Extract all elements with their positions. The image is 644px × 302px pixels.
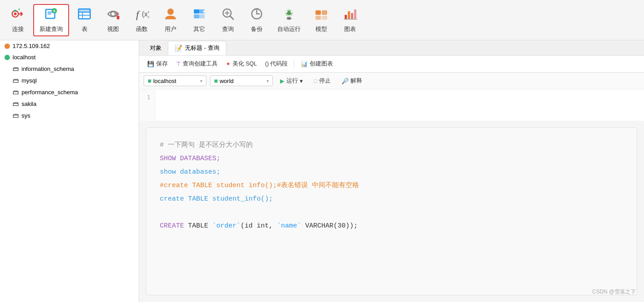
sidebar-item-info-schema[interactable]: 🗃 information_schema [0,63,139,74]
db-icon-sys: 🗃 [13,112,19,119]
code-snippet-label: () 代码段 [265,60,288,68]
toolbar-other[interactable]: ▾ 其它 [186,4,213,36]
user-icon [163,7,178,23]
toolbar-new-query[interactable]: + 新建查询 [33,4,69,36]
watermark: CSDN @雪落之下 [592,288,636,296]
code-kw-show-lower: show [160,168,176,176]
svg-rect-43 [345,15,347,19]
beautify-icon: ✦ [226,61,231,67]
svg-text:▾: ▾ [203,9,205,14]
save-icon: 💾 [147,61,154,67]
toolbar-func[interactable]: f (x) 函数 [128,4,155,36]
connection-select[interactable]: ■ localhost ▾ [144,75,206,86]
toolbar-model[interactable]: 模型 [308,4,335,36]
sidebar: 172.5.109.162 localhost 🗃 information_sc… [0,40,139,302]
query-toolbar: 💾 保存 ⊤ 查询创建工具 ✦ 美化 SQL () 代码段 📊 创建图表 [139,56,644,73]
query-create-tool-label: 查询创建工具 [183,60,218,68]
toolbar-model-label: 模型 [315,25,327,33]
toolbar-backup[interactable]: 备份 [243,4,270,36]
stop-label: 停止 [319,77,331,85]
toolbar-query2[interactable]: 查询 [215,4,241,36]
sidebar-item-ip[interactable]: 172.5.109.162 [0,40,139,52]
svg-line-29 [230,16,233,19]
code-tick-order: `order` [212,222,241,230]
explain-icon: 🔎 [342,78,349,84]
line-numbers: 1 [139,89,155,121]
code-display-area: # 一下两句 是不区分大小写的 SHOW DATABASES; show dat… [146,127,637,295]
sidebar-item-mysql[interactable]: 🗃 mysql [0,74,139,86]
toolbar-chart[interactable]: 图表 [337,4,364,36]
db-icon-mysql: 🗃 [13,77,19,84]
connect-icon: + [11,7,25,23]
main-toolbar: + 连接 + 新建查询 [0,0,644,40]
toolbar-view-label: 视图 [107,25,119,33]
chart-icon [343,7,357,23]
explain-button[interactable]: 🔎 解释 [338,75,366,86]
run-dropdown-icon: ▾ [300,78,303,84]
query-create-tool-button[interactable]: ⊤ 查询创建工具 [172,59,221,69]
code-line-show-databases: SHOW DATABASES; [160,152,623,166]
sidebar-item-sys[interactable]: 🗃 sys [0,109,139,121]
other-icon: ▾ [192,7,206,23]
code-kw-create-upper: CREATE [160,222,184,230]
svg-rect-44 [348,11,350,19]
query-tool-icon: ⊤ [176,61,181,67]
toolbar-func-label: 函数 [136,25,148,33]
svg-point-4 [14,13,17,15]
view-icon [106,7,120,23]
beautify-sql-label: 美化 SQL [232,60,257,68]
tab-object-label: 对象 [150,44,162,52]
stop-button[interactable]: □ 停止 [310,75,334,86]
db-chevron-icon: ▾ [267,79,269,83]
connection-dot-green [4,55,10,60]
beautify-sql-button[interactable]: ✦ 美化 SQL [222,59,261,69]
explain-label: 解释 [350,77,362,85]
model-icon [314,7,329,23]
toolbar-connect-label: 连接 [12,25,24,33]
db-icon-sakila: 🗃 [13,100,19,107]
run-button[interactable]: ▶ 运行 ▾ [276,75,307,86]
create-chart-button[interactable]: 📊 创建图表 [297,59,337,69]
toolbar-auto-run[interactable]: 自动运行 [272,4,306,36]
editor-body: 1 [139,89,644,121]
code-rest-databases: DATABASES; [176,155,220,162]
tab-untitled-query[interactable]: 📝 无标题 - 查询 [168,41,226,55]
svg-text:+: + [53,9,56,13]
toolbar-separator [294,60,294,69]
line-number-1: 1 [144,93,150,102]
save-button[interactable]: 💾 保存 [144,59,171,69]
db-icon-perf: 🗃 [13,88,19,96]
toolbar-view[interactable]: 视图 [100,4,127,36]
stop-icon: □ [314,78,317,84]
sidebar-item-performance[interactable]: 🗃 performance_schema [0,86,139,98]
toolbar-chart-label: 图表 [344,25,356,33]
editor-code[interactable] [155,89,166,121]
query2-icon [221,7,235,23]
func-icon: f (x) [135,7,149,23]
svg-point-5 [14,10,17,12]
tab-query-label: 无标题 - 查询 [185,44,219,52]
content-area: 对象 📝 无标题 - 查询 💾 保存 ⊤ 查询创建工具 ✦ [139,40,644,302]
sidebar-item-sakila[interactable]: 🗃 sakila [0,98,139,109]
svg-rect-41 [315,16,321,20]
svg-point-36 [290,11,292,13]
svg-rect-39 [315,10,321,15]
tab-object[interactable]: 对象 [144,41,168,55]
code-snippet-button[interactable]: () 代码段 [262,59,292,69]
toolbar-user[interactable]: 用户 [157,4,184,36]
code-line-create-order: CREATE TABLE `order`(id int, `name` VARC… [160,219,623,233]
svg-rect-23 [194,9,199,13]
sidebar-sys-label: sys [22,112,31,119]
code-table-word: TABLE [184,222,212,230]
toolbar-table[interactable]: 表 [71,4,98,36]
sidebar-sakila-label: sakila [22,101,36,107]
toolbar-other-label: 其它 [193,25,205,33]
sidebar-item-localhost[interactable]: localhost [0,52,139,63]
svg-rect-46 [354,9,356,19]
svg-rect-26 [199,14,205,18]
sidebar-info-schema-label: information_schema [22,66,74,72]
db-icon-info: 🗃 [13,65,19,72]
database-select[interactable]: ■ world ▾ [210,75,273,86]
auto-run-icon [282,7,296,23]
toolbar-connect[interactable]: + 连接 [4,4,31,36]
